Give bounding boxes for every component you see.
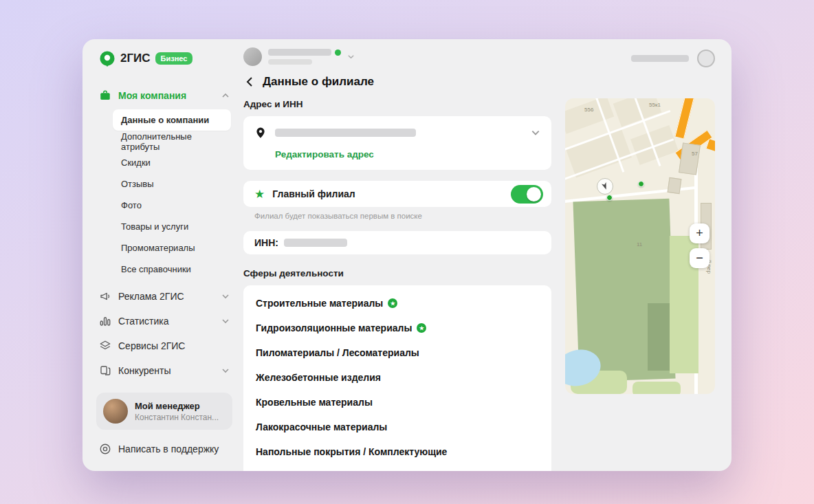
sidebar-item-my-company[interactable]: Моя компания — [82, 83, 242, 108]
branch-form: Данные о филиале Адрес и ИНН Редактирова… — [243, 75, 551, 471]
sidebar-item-company-data[interactable]: Данные о компании — [113, 109, 231, 131]
submenu-label: Промоматериалы — [121, 243, 195, 253]
main-branch-card: ★ Главный филиал — [243, 181, 551, 207]
submenu-label: Все справочники — [121, 264, 191, 274]
sidebar-item-label: Статистика — [118, 316, 169, 327]
sidebar-item-label: Конкуренты — [118, 365, 171, 376]
user-name-redacted — [268, 49, 341, 65]
business-badge: Бизнес — [155, 52, 193, 65]
sidebar-item-services[interactable]: Сервисы 2ГИС — [82, 333, 242, 358]
sidebar-item-label: Моя компания — [118, 90, 186, 101]
map-highway — [706, 139, 715, 155]
company-submenu: Данные о компании Дополнительные атрибут… — [82, 109, 242, 280]
map-green-patch — [632, 382, 681, 394]
competitors-icon — [99, 364, 111, 377]
sphere-item[interactable]: Кровельные материалы — [243, 390, 551, 415]
map-highway — [674, 98, 696, 139]
map-zoom-controls: + − — [690, 223, 710, 268]
support-button[interactable]: Написать в поддержку — [82, 434, 242, 464]
sidebar-item-ads[interactable]: Реклама 2ГИС — [82, 284, 242, 309]
sidebar-item-statistics[interactable]: Статистика — [82, 309, 242, 333]
app-window: 2ГИС Бизнес Моя компания Данные о компан… — [82, 39, 732, 471]
verified-badge-icon: ★ — [388, 298, 397, 308]
user-name-blur — [268, 49, 331, 56]
manager-avatar — [103, 399, 128, 424]
map-label: 556 — [584, 107, 593, 113]
map-marker-dot[interactable] — [606, 195, 613, 201]
submenu-label: Товары и услуги — [121, 221, 188, 232]
sphere-item[interactable]: Гидроизоляционные материалы ★ — [243, 316, 551, 340]
map-label: 55к1 — [649, 102, 661, 108]
sidebar-item-goods-services[interactable]: Товары и услуги — [113, 216, 231, 237]
manager-title: Мой менеджер — [135, 401, 219, 411]
page-title: Данные о филиале — [263, 75, 374, 89]
submenu-label: Скидки — [121, 157, 151, 168]
zoom-out-button[interactable]: − — [690, 248, 710, 268]
sidebar-item-extra-attributes[interactable]: Дополнительные атрибуты — [113, 131, 231, 152]
chevron-down-icon — [221, 317, 230, 325]
layers-icon — [99, 340, 111, 352]
star-icon: ★ — [254, 188, 265, 200]
user-menu[interactable] — [243, 47, 355, 66]
address-select[interactable] — [243, 119, 551, 146]
header-text-blur — [631, 55, 689, 62]
sidebar-item-promo-materials[interactable]: Промоматериалы — [113, 237, 231, 259]
verified-badge-icon: ★ — [417, 323, 426, 333]
submenu-label: Дополнительные атрибуты — [121, 131, 231, 152]
chevron-down-icon — [347, 53, 355, 61]
location-arrow-marker[interactable] — [597, 178, 613, 195]
sphere-item[interactable]: Лакокрасочные материалы — [243, 415, 551, 439]
sidebar: 2ГИС Бизнес Моя компания Данные о компан… — [82, 39, 242, 471]
location-pin-icon — [254, 127, 267, 139]
megaphone-icon — [99, 290, 111, 303]
map-marker-dot[interactable] — [638, 181, 644, 187]
address-section-label: Адрес и ИНН — [243, 99, 551, 109]
verified-dot-icon — [335, 50, 341, 56]
edit-address-link[interactable]: Редактировать адрес — [275, 149, 374, 160]
2gis-logo-icon — [99, 50, 116, 67]
sphere-label: Железобетонные изделия — [256, 372, 381, 383]
sidebar-item-label: Сервисы 2ГИС — [118, 340, 185, 351]
topbar-right — [631, 50, 715, 67]
main-branch-toggle[interactable] — [511, 185, 543, 204]
sidebar-nav: Моя компания Данные о компании Дополните… — [82, 83, 242, 383]
user-subtitle-blur — [268, 59, 312, 65]
sidebar-item-discounts[interactable]: Скидки — [113, 152, 231, 173]
inn-card: ИНН: — [243, 231, 551, 254]
brand-name: 2ГИС — [120, 52, 151, 65]
manager-name: Константин Констан... — [135, 413, 219, 422]
sphere-label: Пиломатериалы / Лесоматериалы — [256, 347, 419, 358]
briefcase-icon — [99, 89, 111, 102]
sidebar-item-reviews[interactable]: Отзывы — [113, 173, 231, 195]
sphere-item[interactable]: Строительные материалы ★ — [243, 291, 551, 316]
spheres-list: Строительные материалы ★ Гидроизоляционн… — [243, 285, 551, 471]
chevron-left-icon — [245, 76, 256, 87]
map-label: 11 — [637, 241, 642, 248]
chevron-up-icon — [221, 91, 230, 100]
chevron-down-icon — [221, 366, 230, 375]
sidebar-item-photos[interactable]: Фото — [113, 195, 231, 216]
sphere-label: Напольные покрытия / Комплектующие — [256, 446, 447, 457]
sphere-item[interactable]: Пиломатериалы / Лесоматериалы — [243, 340, 551, 365]
support-label: Написать в поддержку — [118, 443, 219, 454]
user-avatar — [243, 47, 262, 66]
map-panel[interactable]: 556 55к1 57 11 й пер + − — [565, 98, 715, 394]
sphere-label: Гидроизоляционные материалы — [256, 322, 412, 333]
navigation-arrow-icon — [601, 182, 609, 190]
sidebar-item-all-directories[interactable]: Все справочники — [113, 259, 231, 280]
zoom-in-button[interactable]: + — [690, 223, 710, 243]
header-action-icon[interactable] — [697, 50, 715, 67]
content-area: Данные о филиале Адрес и ИНН Редактирова… — [242, 39, 732, 471]
manager-card[interactable]: Мой менеджер Константин Констан... — [96, 393, 232, 430]
topbar — [242, 47, 715, 71]
submenu-label: Фото — [121, 200, 142, 210]
sphere-item[interactable]: Железобетонные изделия — [243, 365, 551, 390]
sphere-label: Кровельные материалы — [256, 397, 373, 408]
back-button[interactable] — [243, 75, 257, 89]
sphere-item[interactable]: Окна — [243, 464, 551, 471]
sidebar-item-competitors[interactable]: Конкуренты — [82, 358, 242, 383]
submenu-label: Отзывы — [121, 179, 154, 189]
brand-logo[interactable]: 2ГИС Бизнес — [82, 49, 242, 68]
chevron-down-icon — [531, 128, 540, 138]
sphere-item[interactable]: Напольные покрытия / Комплектующие — [243, 439, 551, 464]
